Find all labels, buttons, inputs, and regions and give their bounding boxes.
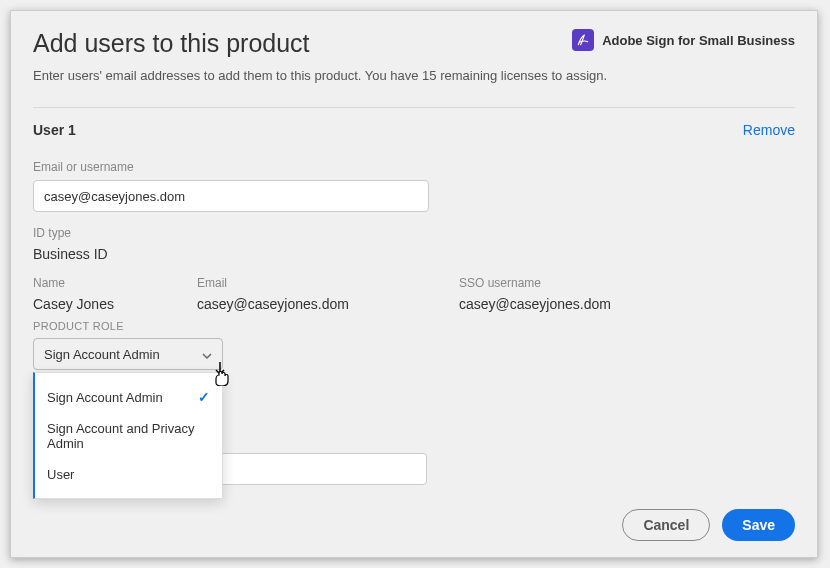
name-label: Name bbox=[33, 276, 183, 290]
sso-value: casey@caseyjones.dom bbox=[459, 296, 707, 312]
page-title: Add users to this product bbox=[33, 29, 310, 58]
product-role-selected: Sign Account Admin bbox=[44, 347, 160, 362]
email-col-value: casey@caseyjones.dom bbox=[197, 296, 445, 312]
remove-user-link[interactable]: Remove bbox=[743, 122, 795, 138]
product-role-label: PRODUCT ROLE bbox=[33, 320, 795, 332]
user-section-header: User 1 Remove bbox=[33, 122, 795, 138]
name-value: Casey Jones bbox=[33, 296, 183, 312]
product-role-select-wrap: Sign Account Admin Sign Account Admin ✓ … bbox=[33, 338, 223, 370]
sso-label: SSO username bbox=[459, 276, 707, 290]
user-details-columns: Name Casey Jones Email casey@caseyjones.… bbox=[33, 276, 795, 312]
role-option-label: User bbox=[47, 467, 74, 482]
product-name: Adobe Sign for Small Business bbox=[602, 33, 795, 48]
divider bbox=[33, 107, 795, 108]
product-role-dropdown: Sign Account Admin ✓ Sign Account and Pr… bbox=[33, 372, 223, 499]
chevron-down-icon bbox=[202, 349, 212, 359]
save-button[interactable]: Save bbox=[722, 509, 795, 541]
email-label: Email or username bbox=[33, 160, 795, 174]
id-type-label: ID type bbox=[33, 226, 795, 240]
email-field-group: Email or username bbox=[33, 160, 795, 212]
product-role-select[interactable]: Sign Account Admin bbox=[33, 338, 223, 370]
email-col-label: Email bbox=[197, 276, 445, 290]
modal-subtitle: Enter users' email addresses to add them… bbox=[33, 68, 795, 83]
adobe-sign-icon bbox=[572, 29, 594, 51]
role-option-label: Sign Account and Privacy Admin bbox=[47, 421, 210, 451]
product-role-group: PRODUCT ROLE Sign Account Admin Sign Acc… bbox=[33, 320, 795, 370]
modal-header: Add users to this product Adobe Sign for… bbox=[33, 29, 795, 58]
role-option-user[interactable]: User bbox=[35, 459, 222, 490]
user-section-label: User 1 bbox=[33, 122, 76, 138]
check-icon: ✓ bbox=[198, 389, 210, 405]
role-option-label: Sign Account Admin bbox=[47, 390, 163, 405]
email-input[interactable] bbox=[33, 180, 429, 212]
product-badge: Adobe Sign for Small Business bbox=[572, 29, 795, 51]
add-users-modal: Add users to this product Adobe Sign for… bbox=[10, 10, 818, 558]
modal-footer: Cancel Save bbox=[622, 509, 795, 541]
secondary-input[interactable] bbox=[221, 453, 427, 485]
id-type-value: Business ID bbox=[33, 246, 795, 262]
cancel-button[interactable]: Cancel bbox=[622, 509, 710, 541]
role-option-sign-privacy-admin[interactable]: Sign Account and Privacy Admin bbox=[35, 413, 222, 459]
role-option-sign-account-admin[interactable]: Sign Account Admin ✓ bbox=[35, 381, 222, 413]
id-type-group: ID type Business ID bbox=[33, 226, 795, 262]
